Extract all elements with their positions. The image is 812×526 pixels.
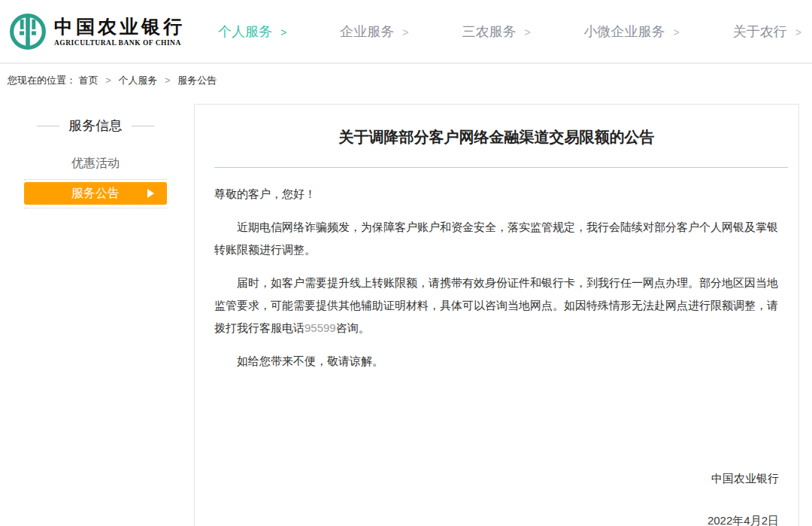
sidebar-item-promotions[interactable]: 优惠活动 xyxy=(24,147,167,180)
divider-dash xyxy=(37,126,59,126)
sidebar: 服务信息 优惠活动 服务公告 xyxy=(24,104,167,208)
chevron-right-icon: > xyxy=(795,26,801,38)
nav-item-label: 个人服务 xyxy=(218,24,272,39)
nav-item-label: 企业服务 xyxy=(340,24,394,39)
abc-logo[interactable]: 中国农业银行 AGRICULTURAL BANK OF CHINA xyxy=(9,13,185,50)
closing-line: 如给您带来不便，敬请谅解。 xyxy=(214,350,779,372)
breadcrumb-prefix: 您现在的位置： xyxy=(8,74,76,86)
sidebar-item-label: 优惠活动 xyxy=(71,157,120,169)
breadcrumb-home[interactable]: 首页 xyxy=(79,74,98,86)
service-notice-button[interactable]: 服务公告 xyxy=(24,182,167,205)
paragraph-2-text: 届时，如客户需要提升线上转账限额，请携带有效身份证件和银行卡，到我行任一网点办理… xyxy=(214,276,778,334)
sidebar-menu: 优惠活动 服务公告 xyxy=(24,147,167,208)
wheat-logo-icon xyxy=(9,13,47,50)
brand-text: 中国农业银行 AGRICULTURAL BANK OF CHINA xyxy=(54,17,185,47)
nav-item-rural[interactable]: 三农服务 > xyxy=(462,23,530,41)
nav-item-corporate[interactable]: 企业服务 > xyxy=(340,23,408,41)
paragraph-2-text-after: 咨询。 xyxy=(336,321,370,334)
chevron-right-icon: > xyxy=(524,26,530,38)
breadcrumb: 您现在的位置： 首页 > 个人服务 > 服务公告 xyxy=(0,64,812,96)
breadcrumb-separator: > xyxy=(165,74,171,86)
paragraph-1: 近期电信网络诈骗频发，为保障客户账户和资金安全，落实监管规定，我行会陆续对部分客… xyxy=(214,216,779,261)
chevron-right-icon: > xyxy=(402,26,408,38)
site-header: 中国农业银行 AGRICULTURAL BANK OF CHINA 个人服务 >… xyxy=(0,0,812,64)
paragraph-2: 届时，如客户需要提升线上转账限额，请携带有效身份证件和银行卡，到我行任一网点办理… xyxy=(214,272,779,339)
main-nav: 个人服务 > 企业服务 > 三农服务 > 小微企业服务 > 关于农行 > xyxy=(218,23,812,41)
divider-dash xyxy=(132,126,154,126)
announcement-date: 2022年4月2日 xyxy=(214,509,779,526)
announcement-title: 关于调降部分客户网络金融渠道交易限额的公告 xyxy=(214,126,779,147)
nav-item-personal[interactable]: 个人服务 > xyxy=(218,23,286,41)
signature: 中国农业银行 xyxy=(214,467,779,490)
content-layout: 服务信息 优惠活动 服务公告 关于调降部分客户网络金融渠道交易限额的公告 xyxy=(24,104,812,526)
breadcrumb-personal-service[interactable]: 个人服务 xyxy=(118,74,157,86)
arrow-right-icon xyxy=(147,189,154,198)
brand-name-cn: 中国农业银行 xyxy=(54,17,185,38)
sidebar-title-label: 服务信息 xyxy=(68,117,123,135)
brand-name-en: AGRICULTURAL BANK OF CHINA xyxy=(54,39,185,47)
service-phone-number: 95599 xyxy=(304,321,336,334)
breadcrumb-separator: > xyxy=(105,74,111,86)
breadcrumb-service-notice[interactable]: 服务公告 xyxy=(177,74,217,86)
greeting-line: 尊敬的客户，您好！ xyxy=(214,183,779,205)
nav-item-label: 小微企业服务 xyxy=(584,24,665,39)
sidebar-item-label: 服务公告 xyxy=(71,186,120,201)
nav-item-about[interactable]: 关于农行 > xyxy=(733,23,801,41)
nav-item-label: 关于农行 xyxy=(733,24,787,39)
chevron-right-icon: > xyxy=(280,26,286,38)
nav-item-label: 三农服务 xyxy=(462,24,516,39)
title-divider xyxy=(214,167,788,168)
sidebar-title: 服务信息 xyxy=(24,116,167,135)
chevron-right-icon: > xyxy=(674,26,680,38)
page: 中国农业银行 AGRICULTURAL BANK OF CHINA 个人服务 >… xyxy=(0,0,812,526)
sidebar-item-service-notice[interactable]: 服务公告 xyxy=(24,180,167,208)
nav-item-small-business[interactable]: 小微企业服务 > xyxy=(584,23,680,41)
announcement-body: 尊敬的客户，您好！ 近期电信网络诈骗频发，为保障客户账户和资金安全，落实监管规定… xyxy=(214,183,779,526)
announcement-panel: 关于调降部分客户网络金融渠道交易限额的公告 尊敬的客户，您好！ 近期电信网络诈骗… xyxy=(194,104,799,526)
